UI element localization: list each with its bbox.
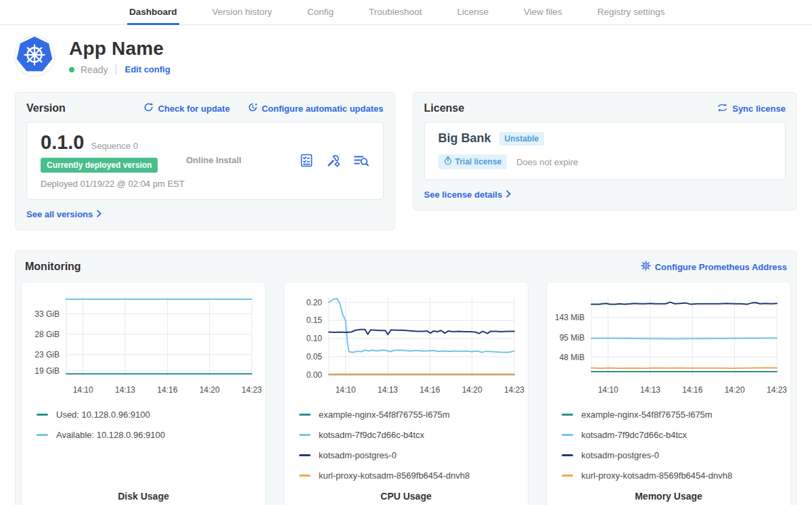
sync-icon (717, 103, 728, 114)
configure-prometheus-link[interactable]: Configure Prometheus Address (641, 261, 787, 273)
legend-color-dash (299, 414, 311, 416)
divider (116, 64, 116, 74)
svg-text:14:13: 14:13 (115, 385, 135, 395)
svg-text:14:10: 14:10 (598, 385, 618, 395)
legend-label: kurl-proxy-kotsadm-8569fb6454-dnvh8 (581, 470, 732, 481)
current-version-panel: 0.1.0 Sequence 0 Currently deployed vers… (26, 122, 384, 200)
svg-text:14:16: 14:16 (420, 385, 440, 395)
kubernetes-logo-icon (16, 36, 53, 76)
svg-text:0.05: 0.05 (307, 352, 323, 361)
tab-license[interactable]: License (455, 0, 491, 25)
memory-usage-chart: 48 MiB95 MiB143 MiB14:1014:1314:1614:201… (547, 289, 790, 400)
ready-status-dot (69, 67, 74, 72)
view-logs-icon[interactable] (353, 153, 369, 168)
svg-text:48 MiB: 48 MiB (560, 353, 585, 362)
legend-item: kotsadm-postgres-0 (562, 450, 790, 460)
legend-label: kotsadm-postgres-0 (581, 450, 659, 460)
disk-usage-chart-card: 19 GiB23 GiB28 GiB33 GiB14:1014:1314:161… (21, 282, 266, 505)
svg-text:33 GiB: 33 GiB (35, 309, 60, 319)
refresh-icon (143, 102, 154, 114)
svg-text:0.00: 0.00 (307, 370, 323, 380)
cpu-usage-chart: 0.000.050.100.150.2014:1014:1314:1614:20… (284, 289, 528, 400)
configure-automatic-updates-link[interactable]: Configure automatic updates (248, 102, 384, 114)
gear-icon (641, 261, 651, 273)
preflight-checks-icon[interactable] (299, 153, 314, 168)
check-for-update-link[interactable]: Check for update (143, 102, 229, 114)
svg-text:19 GiB: 19 GiB (35, 366, 60, 376)
legend-item: kotsadm-7f9dc7d66c-b4tcx (562, 430, 790, 440)
license-expiry-text: Does not expire (516, 157, 578, 167)
legend-label: kotsadm-7f9dc7d66c-b4tcx (319, 430, 424, 440)
legend-item: example-nginx-54f8f76755-l675m (299, 410, 528, 420)
svg-text:14:20: 14:20 (200, 385, 220, 395)
legend-label: Available: 10.128.0.96:9100 (56, 430, 165, 440)
sync-license-link[interactable]: Sync license (717, 103, 786, 114)
license-customer-name: Big Bank (438, 131, 491, 146)
svg-text:14:16: 14:16 (157, 385, 177, 395)
config-wrench-icon[interactable] (326, 153, 341, 168)
svg-text:14:20: 14:20 (462, 385, 482, 395)
monitoring-section: Monitoring Configure Prometheus A (15, 250, 797, 505)
app-logo (15, 37, 54, 76)
legend-color-dash (562, 434, 573, 436)
cpu-usage-chart-card: 0.000.050.100.150.2014:1014:1314:1614:20… (284, 282, 528, 505)
svg-text:23 GiB: 23 GiB (35, 350, 60, 359)
legend-item: Used: 10.128.0.96:9100 (37, 410, 265, 420)
svg-text:14:23: 14:23 (767, 385, 787, 395)
version-card-title: Version (26, 102, 66, 114)
svg-text:14:13: 14:13 (378, 385, 398, 395)
legend-color-dash (562, 454, 573, 456)
svg-text:0.15: 0.15 (307, 315, 323, 325)
see-license-details-link[interactable]: See license details (424, 190, 512, 200)
legend-label: kotsadm-7f9dc7d66c-b4tcx (581, 430, 687, 440)
tab-view-files[interactable]: View files (522, 0, 564, 25)
deployed-timestamp: Deployed 01/19/22 @ 02:04 pm EST (41, 179, 186, 189)
cpu-usage-legend: example-nginx-54f8f76755-l675mkotsadm-7f… (299, 410, 528, 481)
tab-version-history[interactable]: Version history (210, 0, 275, 25)
cpu-usage-chart-title: CPU Usage (284, 491, 528, 502)
svg-text:14:20: 14:20 (725, 385, 745, 395)
disk-usage-chart-title: Disk Usage (22, 491, 265, 502)
legend-color-dash (37, 414, 48, 416)
legend-item: Available: 10.128.0.96:9100 (37, 430, 265, 440)
currently-deployed-badge: Currently deployed version (41, 158, 158, 173)
disk-usage-chart: 19 GiB23 GiB28 GiB33 GiB14:1014:1314:161… (22, 289, 265, 400)
install-type-label: Online Install (186, 155, 299, 165)
disk-usage-legend: Used: 10.128.0.96:9100Available: 10.128.… (37, 410, 265, 440)
legend-color-dash (299, 454, 311, 456)
legend-label: example-nginx-54f8f76755-l675m (319, 410, 450, 420)
svg-text:14:13: 14:13 (640, 385, 660, 395)
svg-text:143 MiB: 143 MiB (555, 313, 585, 322)
chevron-right-icon (506, 190, 511, 200)
memory-usage-chart-card: 48 MiB95 MiB143 MiB14:1014:1314:1614:201… (546, 282, 791, 505)
trial-license-badge: Trial license (438, 154, 508, 169)
legend-label: Used: 10.128.0.96:9100 (56, 410, 150, 420)
svg-text:14:16: 14:16 (682, 385, 702, 395)
see-all-versions-link[interactable]: See all versions (26, 209, 102, 219)
tab-config[interactable]: Config (305, 0, 336, 25)
tab-dashboard[interactable]: Dashboard (127, 0, 179, 25)
legend-color-dash (299, 434, 311, 436)
license-card-title: License (424, 102, 465, 114)
memory-usage-chart-title: Memory Usage (547, 491, 790, 502)
legend-label: kotsadm-postgres-0 (319, 450, 397, 460)
svg-text:0.10: 0.10 (307, 334, 323, 343)
app-status-text: Ready (81, 64, 108, 75)
svg-text:95 MiB: 95 MiB (560, 333, 585, 343)
svg-text:14:10: 14:10 (73, 385, 93, 395)
tab-registry-settings[interactable]: Registry settings (595, 0, 667, 25)
monitoring-title: Monitoring (25, 261, 81, 273)
license-card: License Sync license Big Bank (413, 92, 797, 211)
legend-item: example-nginx-54f8f76755-l675m (562, 410, 790, 420)
legend-item: kurl-proxy-kotsadm-8569fb6454-dnvh8 (299, 470, 528, 481)
svg-text:14:23: 14:23 (242, 385, 262, 395)
channel-badge: Unstable (499, 132, 545, 146)
legend-color-dash (299, 475, 311, 477)
top-navigation: DashboardVersion historyConfigTroublesho… (0, 0, 812, 25)
legend-color-dash (562, 475, 573, 477)
svg-text:14:10: 14:10 (336, 385, 356, 395)
schedule-icon (248, 102, 258, 114)
tab-troubleshoot[interactable]: Troubleshoot (367, 0, 424, 25)
legend-item: kotsadm-7f9dc7d66c-b4tcx (299, 430, 528, 440)
edit-config-link[interactable]: Edit config (125, 64, 170, 74)
